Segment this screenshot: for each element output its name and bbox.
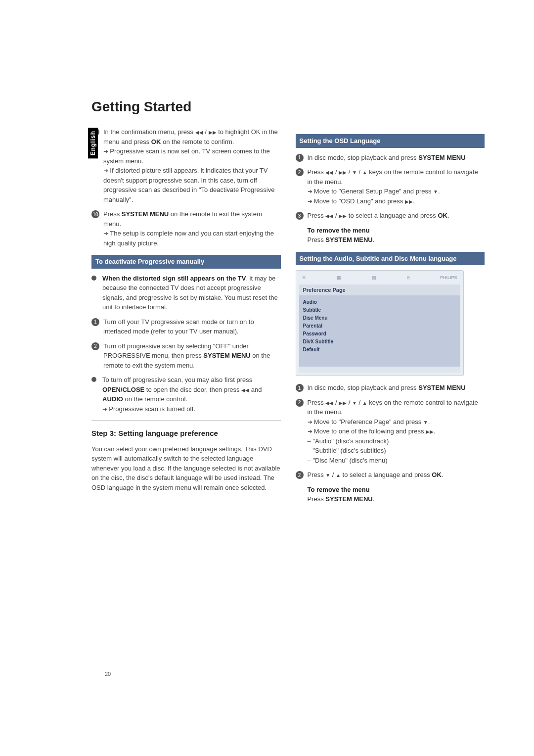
rb-step-marker-2b: 2 [296,471,304,479]
bullet-1-text: When the distorted sign still appears on… [102,274,281,312]
result-arrow-3: The setup is complete now and you can st… [103,229,281,248]
bullet-marker-2 [91,377,96,382]
down-icon [433,188,438,195]
forward-icon [209,128,217,136]
rb-arrow-2: Move to one of the following and press . [308,426,485,436]
rb-arrow-1: Move to "Preference Page" and press . [308,417,485,427]
bullet-marker-1 [91,276,96,281]
thin-divider [91,421,281,421]
section-bar-osd: Setting the OSD Language [296,134,485,148]
remove-menu-t1: Press SYSTEM MENU. [308,235,485,245]
r-step-1-text: In disc mode, stop playback and press SY… [308,153,466,163]
r-step-3-text: Press / to select a language and press O… [308,211,449,221]
down-icon [352,168,357,176]
result-arrow-2: If distorted picture still appears, it i… [103,166,281,204]
tab-icon-exit: ⎘ [407,275,409,282]
r-arrow-2: Move to "OSD Lang" and press . [308,196,485,206]
rb-step-marker-1: 1 [296,384,304,392]
result-arrow-1: Progressive scan is now set on. TV scree… [103,146,281,166]
left-column: 9 In the confirmation menu, press / to h… [91,127,281,509]
tab-icon-general: ✲ [302,275,306,282]
forward-icon [405,197,413,205]
menu-item-parental: Parental [303,322,456,330]
rewind-icon [325,168,333,176]
dash-discmenu: "Disc Menu" (disc's menu) [308,456,485,466]
step-marker-2: 2 [91,342,99,350]
rewind-icon [325,399,333,406]
rb-step-1-text: In disc mode, stop playback and press SY… [308,383,466,393]
menu-item-subtitle: Subtitle [303,306,456,314]
forward-icon [339,168,347,176]
sidebar-language-tab: English [88,128,98,158]
step-10-text: Press SYSTEM MENU on the remote to exit … [103,209,281,248]
up-icon [362,399,367,406]
step3-paragraph: You can select your own preferred langua… [91,444,281,493]
r-arrow-1: Move to "General Setup Page" and press . [308,187,485,196]
up-icon [336,471,341,478]
r-step-marker-1: 1 [296,154,304,162]
page-title: Getting Started [91,99,485,115]
forward-icon [339,212,347,219]
up-icon [362,168,367,176]
bullet-2-text: To turn off progressive scan, you may al… [102,375,281,414]
dash-audio: "Audio" (disc's soundtrack) [308,436,485,446]
step-marker-1: 1 [91,318,99,326]
remove-menu-h1: To remove the menu [308,226,485,236]
remove-menu-t2: Press SYSTEM MENU. [308,494,485,504]
forward-icon [426,427,434,435]
rewind-icon [241,386,249,393]
step3-heading: Step 3: Setting language preference [91,428,281,439]
tab-brand-philips: PHILIPS [440,275,457,282]
result-arrow-4: Progressive scan is turned off. [102,404,281,414]
section-bar-deactivate: To deactivate Progressive manually [91,255,281,269]
r-step-marker-3: 3 [296,212,304,220]
menu-page-title: Preference Page [299,284,460,296]
rb-step-marker-2: 2 [296,399,304,407]
r-step-marker-2: 2 [296,168,304,176]
page-number: 20 [105,671,111,677]
down-icon [325,471,330,478]
osd-menu-screenshot: ✲ ▦ ▧ ⎘ PHILIPS Preference Page Audio Su… [296,270,464,376]
menu-tab-row: ✲ ▦ ▧ ⎘ PHILIPS [299,274,460,284]
dash-subtitle: "Subtitle" (disc's subtitles) [308,446,485,456]
rewind-icon [195,128,203,136]
tab-icon-audio: ▦ [337,275,341,282]
step-2-text: Turn off progressive scan by selecting "… [103,341,281,371]
remove-menu-h2: To remove the menu [308,485,485,495]
menu-item-password: Password [303,330,456,338]
right-column: Setting the OSD Language 1 In disc mode,… [296,127,485,509]
forward-icon [339,399,347,406]
step-1-text: Turn off your TV progressive scan mode o… [103,317,281,336]
menu-item-default: Default [303,346,456,354]
down-icon [352,399,357,406]
menu-item-discmenu: Disc Menu [303,314,456,322]
step-marker-10: 10 [91,210,99,218]
menu-item-audio: Audio [303,298,456,306]
menu-item-divx: DivX Subtitle [303,338,456,346]
title-divider [91,118,485,118]
down-icon [423,418,428,425]
rewind-icon [325,212,333,219]
tab-icon-video: ▧ [372,275,376,282]
step-9-text: In the confirmation menu, press / to hig… [103,127,281,204]
rb-step-2-text: Press / / / keys on the remote control t… [308,398,485,466]
menu-footer-bar [299,367,460,373]
r-step-2-text: Press / / / keys on the remote control t… [308,167,485,206]
section-bar-asd: Setting the Audio, Subtitle and Disc Men… [296,252,485,266]
rb-step-2b-text: Press / to select a language and press O… [308,470,444,480]
